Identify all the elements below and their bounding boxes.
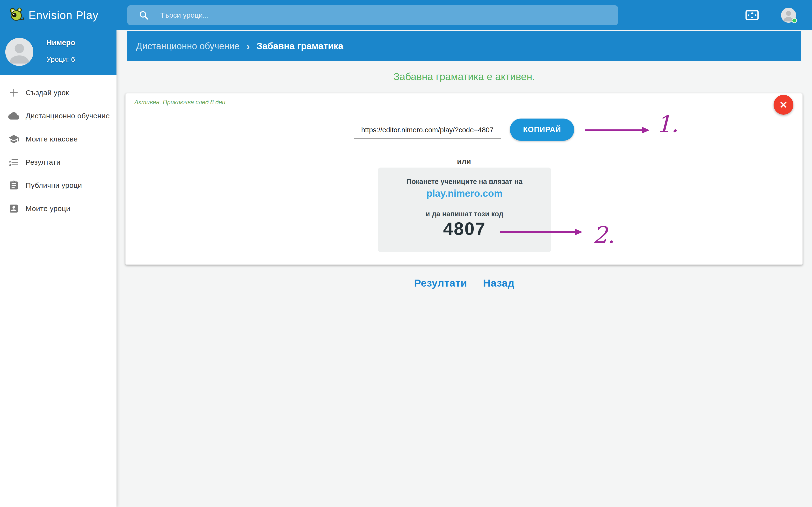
- annotation-arrow-2: [500, 231, 575, 233]
- sidebar-item-label: Публични уроци: [26, 181, 82, 189]
- sidebar-item-label: Моите уроци: [26, 205, 70, 213]
- share-url-input[interactable]: [354, 126, 501, 138]
- breadcrumb-current: Забавна граматика: [257, 41, 343, 51]
- user-avatar[interactable]: [781, 8, 796, 23]
- clipboard-icon: [8, 180, 19, 191]
- join-code-box: Поканете учениците на влязат на play.nim…: [378, 168, 551, 252]
- brand-logo[interactable]: Envision Play: [9, 0, 98, 30]
- graduation-cap-icon: [8, 133, 19, 145]
- results-link[interactable]: Резултати: [414, 277, 467, 289]
- lesson-active-heading: Забавна граматика е активен.: [116, 71, 812, 82]
- annotation-arrow-1: [585, 129, 642, 131]
- sidebar-user-lessons: Уроци: 6: [46, 55, 75, 63]
- cloud-icon: [8, 110, 19, 121]
- search-icon: [139, 10, 149, 20]
- plus-icon: [8, 87, 19, 98]
- annotation-number-2: 2.: [593, 222, 615, 249]
- sidebar-item-label: Дистанционно обучение: [26, 112, 110, 120]
- sidebar-avatar[interactable]: [5, 38, 33, 66]
- numbered-list-icon: [8, 157, 19, 168]
- fullscreen-icon[interactable]: [745, 10, 759, 20]
- sidebar-item-label: Моите класове: [26, 135, 78, 143]
- mouse-logo-icon: [9, 7, 24, 23]
- sidebar-user-name: Нимеро: [46, 38, 75, 47]
- id-badge-icon: [8, 203, 19, 214]
- header-actions: [745, 0, 796, 30]
- sidebar-item-my-classes[interactable]: Моите класове: [0, 127, 116, 151]
- annotation-number-1: 1.: [656, 111, 678, 137]
- close-icon[interactable]: ✕: [773, 95, 794, 115]
- chevron-right-icon: ›: [246, 40, 250, 52]
- sidebar-item-label: Създай урок: [26, 89, 69, 97]
- share-url-row: КОПИРАЙ: [126, 119, 802, 141]
- copy-button[interactable]: КОПИРАЙ: [510, 119, 574, 141]
- sidebar-item-create-lesson[interactable]: Създай урок: [0, 81, 116, 104]
- breadcrumb-parent-link[interactable]: Дистанционно обучение: [136, 41, 240, 51]
- invite-instruction-1: Поканете учениците на влязат на: [378, 168, 551, 186]
- sidebar-item-distance-learning[interactable]: Дистанционно обучение: [0, 104, 116, 127]
- breadcrumb: Дистанционно обучение › Забавна граматик…: [127, 31, 801, 61]
- card-footer-links: Резултати Назад: [116, 277, 812, 289]
- online-status-dot: [792, 18, 797, 23]
- join-code: 4807: [378, 219, 551, 239]
- sidebar-item-my-lessons[interactable]: Моите уроци: [0, 197, 116, 220]
- share-lesson-card: Активен. Приключва след 8 дни ✕ КОПИРАЙ …: [125, 93, 803, 265]
- invite-instruction-2: и да напишат този код: [378, 210, 551, 218]
- sidebar-user-panel: Нимеро Уроци: 6: [0, 30, 116, 75]
- app-window: Envision Play: [0, 0, 812, 507]
- sidebar-nav: Създай урок Дистанционно обучение Моите …: [0, 75, 116, 220]
- play-site-link[interactable]: play.nimero.com: [426, 188, 503, 199]
- search-bar: [128, 5, 618, 25]
- sidebar: Нимеро Уроци: 6 Създай урок Дистанционно…: [0, 30, 116, 507]
- search-input[interactable]: [149, 5, 618, 25]
- sidebar-item-public-lessons[interactable]: Публични уроци: [0, 174, 116, 197]
- brand-title: Envision Play: [29, 9, 98, 22]
- back-link[interactable]: Назад: [483, 277, 514, 289]
- sidebar-item-label: Резултати: [26, 158, 60, 166]
- sidebar-item-results[interactable]: Резултати: [0, 151, 116, 174]
- lesson-status-note: Активен. Приключва след 8 дни: [134, 99, 225, 106]
- or-label: или: [126, 157, 802, 166]
- top-header-bar: Envision Play: [0, 0, 812, 30]
